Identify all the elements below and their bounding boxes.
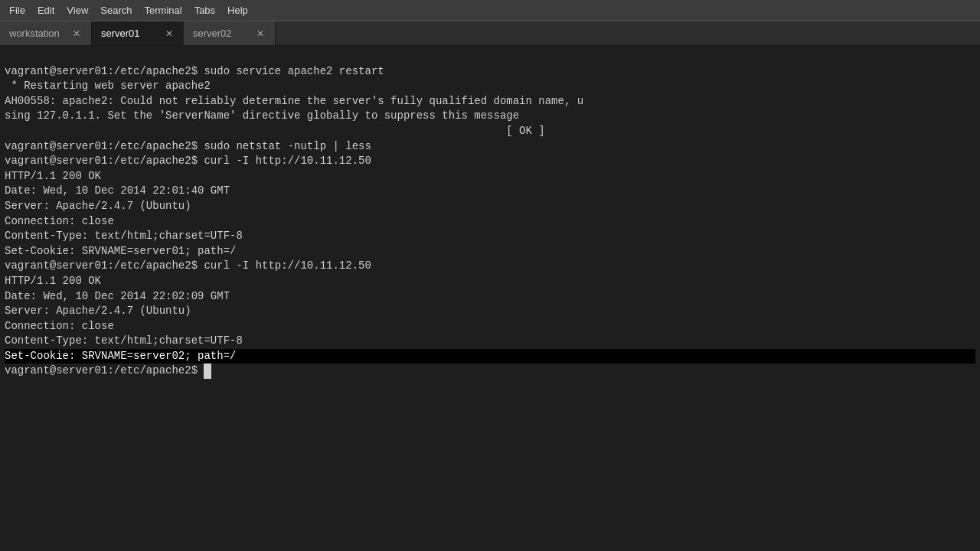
terminal-line: Set-Cookie: SRVNAME=server01; path=/ xyxy=(5,244,975,259)
tab-server02[interactable]: server02 ✕ xyxy=(184,21,276,45)
terminal-line: [ OK ] xyxy=(5,124,975,139)
terminal-output: vagrant@server01:/etc/apache2$ sudo serv… xyxy=(0,46,980,551)
terminal-line: vagrant@server01:/etc/apache2$ sudo nets… xyxy=(5,139,975,155)
terminal-line: Date: Wed, 10 Dec 2014 22:02:09 GMT xyxy=(5,289,975,305)
menu-search[interactable]: Search xyxy=(94,3,138,18)
menubar: File Edit View Search Terminal Tabs Help xyxy=(0,0,980,21)
tab-workstation-label: workstation xyxy=(9,28,60,39)
tab-server01[interactable]: server01 ✕ xyxy=(92,21,184,45)
tab-workstation-close[interactable]: ✕ xyxy=(71,28,82,39)
tabbar: workstation ✕ server01 ✕ server02 ✕ xyxy=(0,21,980,46)
menu-edit[interactable]: Edit xyxy=(31,3,60,18)
menu-terminal[interactable]: Terminal xyxy=(139,3,188,18)
menu-tabs[interactable]: Tabs xyxy=(188,3,221,18)
tab-server02-label: server02 xyxy=(193,28,232,39)
menu-view[interactable]: View xyxy=(60,3,94,18)
terminal-line: vagrant@server01:/etc/apache2$ xyxy=(5,364,975,379)
tab-server02-close[interactable]: ✕ xyxy=(255,28,266,39)
terminal-line: vagrant@server01:/etc/apache2$ curl -I h… xyxy=(5,154,975,169)
terminal-line: sing 127.0.1.1. Set the 'ServerName' dir… xyxy=(5,109,975,124)
tab-server01-label: server01 xyxy=(101,28,140,39)
terminal-line: Connection: close xyxy=(5,319,975,334)
tab-server01-close[interactable]: ✕ xyxy=(164,28,175,39)
terminal-line: HTTP/1.1 200 OK xyxy=(5,169,975,184)
terminal-line: Content-Type: text/html;charset=UTF-8 xyxy=(5,229,975,244)
terminal-line: HTTP/1.1 200 OK xyxy=(5,274,975,289)
terminal-line: Set-Cookie: SRVNAME=server02; path=/ xyxy=(5,349,975,364)
terminal-line: Date: Wed, 10 Dec 2014 22:01:40 GMT xyxy=(5,184,975,199)
terminal-line: Server: Apache/2.4.7 (Ubuntu) xyxy=(5,199,975,214)
terminal-line: AH00558: apache2: Could not reliably det… xyxy=(5,94,975,109)
tab-workstation[interactable]: workstation ✕ xyxy=(0,21,92,45)
terminal-line: Content-Type: text/html;charset=UTF-8 xyxy=(5,334,975,349)
terminal-line: vagrant@server01:/etc/apache2$ curl -I h… xyxy=(5,259,975,274)
menu-help[interactable]: Help xyxy=(221,3,254,18)
terminal-line: vagrant@server01:/etc/apache2$ sudo serv… xyxy=(5,64,975,80)
terminal-line: Connection: close xyxy=(5,214,975,230)
terminal-line: Server: Apache/2.4.7 (Ubuntu) xyxy=(5,304,975,319)
terminal-line: * Restarting web server apache2 xyxy=(5,79,975,94)
menu-file[interactable]: File xyxy=(3,3,31,18)
